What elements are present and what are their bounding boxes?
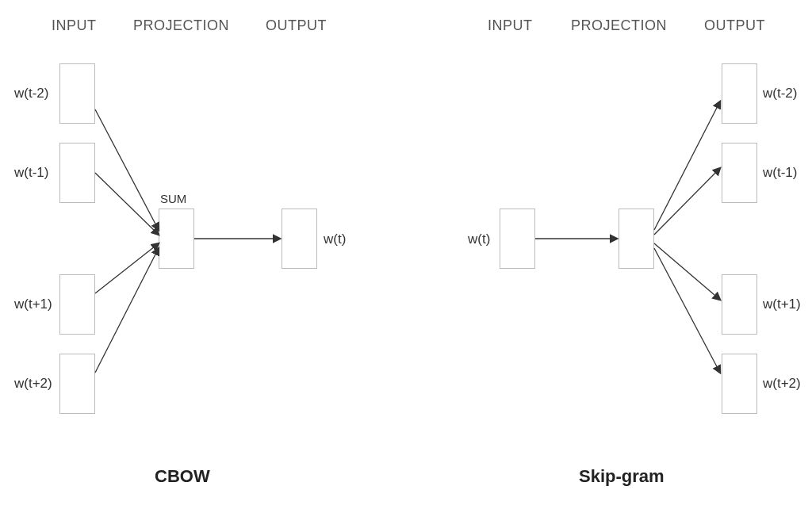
svg-line-2 bbox=[95, 243, 159, 293]
svg-line-1 bbox=[95, 173, 159, 235]
skipgram-output-label-2: w(t+1) bbox=[763, 297, 801, 312]
cbow-title: CBOW bbox=[155, 466, 210, 487]
svg-line-7 bbox=[654, 168, 720, 235]
arrows-layer bbox=[0, 0, 812, 509]
cbow-input-box-3 bbox=[59, 354, 95, 414]
skipgram-output-box-0 bbox=[722, 63, 757, 124]
header-input-right: INPUT bbox=[488, 17, 533, 34]
cbow-input-box-2 bbox=[59, 274, 95, 335]
header-output-left: OUTPUT bbox=[266, 17, 327, 34]
svg-line-9 bbox=[654, 248, 720, 373]
skipgram-title: Skip-gram bbox=[579, 466, 665, 487]
skipgram-input-label: w(t) bbox=[468, 232, 490, 247]
cbow-input-label-0: w(t-2) bbox=[14, 86, 48, 101]
cbow-sum-label: SUM bbox=[160, 192, 186, 205]
skipgram-output-label-3: w(t+2) bbox=[763, 376, 801, 392]
cbow-input-label-2: w(t+1) bbox=[14, 297, 52, 312]
svg-line-3 bbox=[95, 248, 159, 373]
skipgram-input-box bbox=[500, 209, 535, 269]
cbow-projection-box bbox=[159, 209, 194, 269]
cbow-input-label-3: w(t+2) bbox=[14, 376, 52, 392]
diagram-canvas: INPUT PROJECTION OUTPUT INPUT PROJECTION… bbox=[0, 0, 812, 509]
cbow-output-box bbox=[282, 209, 317, 269]
skipgram-output-box-1 bbox=[722, 143, 757, 203]
header-output-right: OUTPUT bbox=[704, 17, 765, 34]
skipgram-output-label-0: w(t-2) bbox=[763, 86, 797, 101]
header-input-left: INPUT bbox=[52, 17, 97, 34]
header-projection-left: PROJECTION bbox=[133, 17, 229, 34]
cbow-input-box-1 bbox=[59, 143, 95, 203]
cbow-input-label-1: w(t-1) bbox=[14, 165, 48, 181]
skipgram-output-box-2 bbox=[722, 274, 757, 335]
skipgram-projection-box bbox=[619, 209, 654, 269]
skipgram-output-box-3 bbox=[722, 354, 757, 414]
header-projection-right: PROJECTION bbox=[571, 17, 667, 34]
svg-line-0 bbox=[95, 109, 159, 230]
svg-line-8 bbox=[654, 243, 720, 300]
svg-line-6 bbox=[654, 101, 720, 230]
cbow-output-label: w(t) bbox=[324, 232, 346, 247]
skipgram-output-label-1: w(t-1) bbox=[763, 165, 797, 181]
cbow-input-box-0 bbox=[59, 63, 95, 124]
